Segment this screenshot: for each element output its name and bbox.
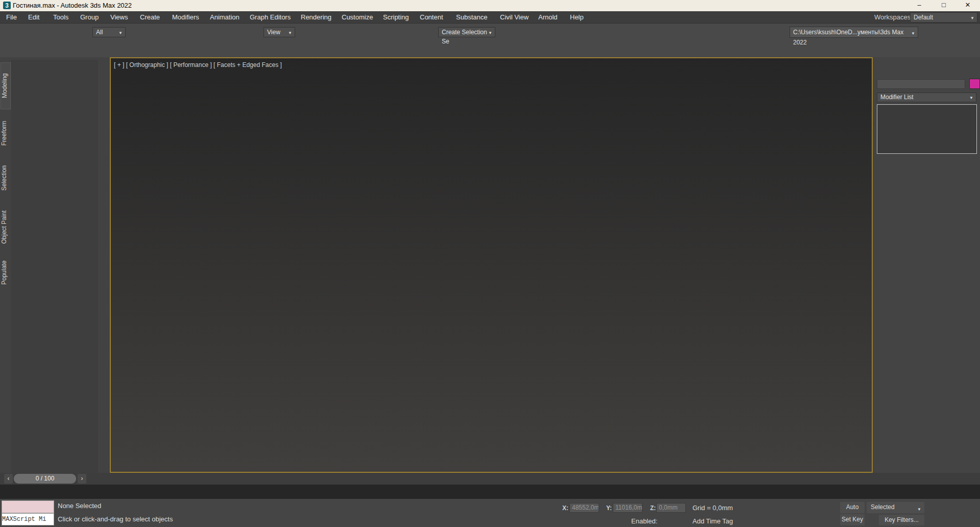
svg-text:3: 3: [5, 2, 9, 9]
